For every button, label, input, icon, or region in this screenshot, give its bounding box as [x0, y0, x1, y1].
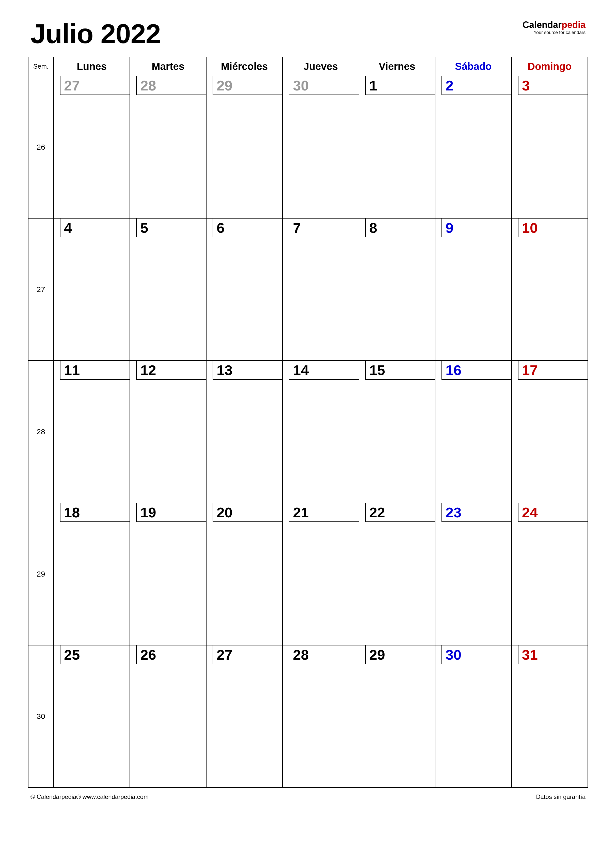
day-cell: 26 [130, 645, 206, 787]
week-number-cell: 30 [28, 645, 54, 787]
page-footer: © Calendarpedia® www.calendarpedia.com D… [28, 788, 588, 801]
day-number: 29 [369, 646, 385, 663]
day-number: 20 [217, 504, 232, 521]
day-number: 7 [293, 220, 301, 236]
day-number: 2 [446, 77, 453, 94]
day-cell: 19 [130, 503, 206, 645]
day-number: 19 [140, 504, 156, 521]
day-number-box: 29 [365, 645, 435, 664]
day-header-mon: Lunes [54, 57, 130, 76]
day-number: 27 [64, 77, 80, 94]
day-header-sat: Sábado [435, 57, 511, 76]
day-cell: 7 [283, 218, 359, 361]
day-number: 11 [64, 362, 80, 379]
page-header: Julio 2022 Calendarpedia Your source for… [28, 18, 588, 49]
day-cell: 20 [206, 503, 283, 645]
day-number: 15 [369, 362, 385, 379]
day-number-box: 12 [136, 361, 206, 380]
day-number-box: 17 [518, 361, 588, 380]
day-number-box: 19 [136, 503, 206, 522]
day-number-box: 3 [518, 76, 588, 95]
calendar-row: 2811121314151617 [28, 361, 588, 503]
day-number: 27 [217, 646, 232, 663]
day-cell: 22 [359, 503, 435, 645]
day-cell: 27 [54, 76, 130, 218]
footer-disclaimer: Datos sin garantía [536, 793, 586, 801]
day-number: 4 [64, 220, 72, 236]
day-cell: 27 [206, 645, 283, 787]
day-number: 30 [293, 77, 309, 94]
day-number: 31 [522, 646, 538, 663]
page-title: Julio 2022 [30, 18, 160, 49]
day-number-box: 20 [212, 503, 282, 522]
day-cell: 30 [435, 645, 511, 787]
day-number-box: 6 [212, 218, 282, 237]
day-number: 21 [293, 504, 309, 521]
day-number-box: 21 [289, 503, 359, 522]
day-number-box: 22 [365, 503, 435, 522]
day-cell: 28 [283, 645, 359, 787]
day-cell: 24 [511, 503, 588, 645]
day-cell: 16 [435, 361, 511, 503]
day-number-box: 9 [441, 218, 511, 237]
day-number-box: 10 [518, 218, 588, 237]
brand-name-part1: Calendar [523, 19, 562, 30]
day-number: 18 [64, 504, 80, 521]
day-number: 25 [64, 646, 80, 663]
day-number: 3 [522, 77, 530, 94]
day-number-box: 16 [441, 361, 511, 380]
day-cell: 29 [359, 645, 435, 787]
day-number-box: 24 [518, 503, 588, 522]
day-number: 5 [140, 220, 148, 236]
day-number-box: 4 [60, 218, 130, 237]
day-number: 26 [140, 646, 156, 663]
day-cell: 31 [511, 645, 588, 787]
day-number: 28 [140, 77, 156, 94]
day-number-box: 27 [60, 76, 130, 95]
day-number-box: 29 [212, 76, 282, 95]
day-number: 8 [369, 220, 377, 236]
day-number-box: 13 [212, 361, 282, 380]
day-number: 14 [293, 362, 309, 379]
day-number-box: 15 [365, 361, 435, 380]
day-cell: 14 [283, 361, 359, 503]
day-header-thu: Jueves [283, 57, 359, 76]
day-number-box: 11 [60, 361, 130, 380]
day-number-box: 23 [441, 503, 511, 522]
day-number-box: 1 [365, 76, 435, 95]
day-cell: 4 [54, 218, 130, 361]
day-cell: 18 [54, 503, 130, 645]
day-number: 29 [217, 77, 232, 94]
day-cell: 12 [130, 361, 206, 503]
week-number-cell: 26 [28, 76, 54, 218]
day-number-box: 18 [60, 503, 130, 522]
day-number-box: 25 [60, 645, 130, 664]
brand-name: Calendarpedia [523, 20, 586, 30]
day-header-wed: Miércoles [206, 57, 283, 76]
day-cell: 1 [359, 76, 435, 218]
day-number-box: 28 [289, 645, 359, 664]
calendar-row: 2918192021222324 [28, 503, 588, 645]
day-number: 6 [217, 220, 224, 236]
day-cell: 30 [283, 76, 359, 218]
day-number: 22 [369, 504, 385, 521]
day-number: 12 [140, 362, 156, 379]
week-number-cell: 27 [28, 218, 54, 361]
calendar-row: 3025262728293031 [28, 645, 588, 787]
brand-name-part2: pedia [562, 19, 586, 30]
day-number: 23 [446, 504, 461, 521]
day-cell: 5 [130, 218, 206, 361]
day-number: 13 [217, 362, 232, 379]
day-cell: 10 [511, 218, 588, 361]
day-number-box: 28 [136, 76, 206, 95]
day-header-sun: Domingo [511, 57, 588, 76]
day-number: 24 [522, 504, 538, 521]
day-number-box: 31 [518, 645, 588, 664]
day-number: 28 [293, 646, 309, 663]
week-number-cell: 29 [28, 503, 54, 645]
day-header-tue: Martes [130, 57, 206, 76]
brand-tagline: Your source for calendars [523, 30, 586, 35]
day-number-box: 26 [136, 645, 206, 664]
day-cell: 9 [435, 218, 511, 361]
day-number-box: 5 [136, 218, 206, 237]
